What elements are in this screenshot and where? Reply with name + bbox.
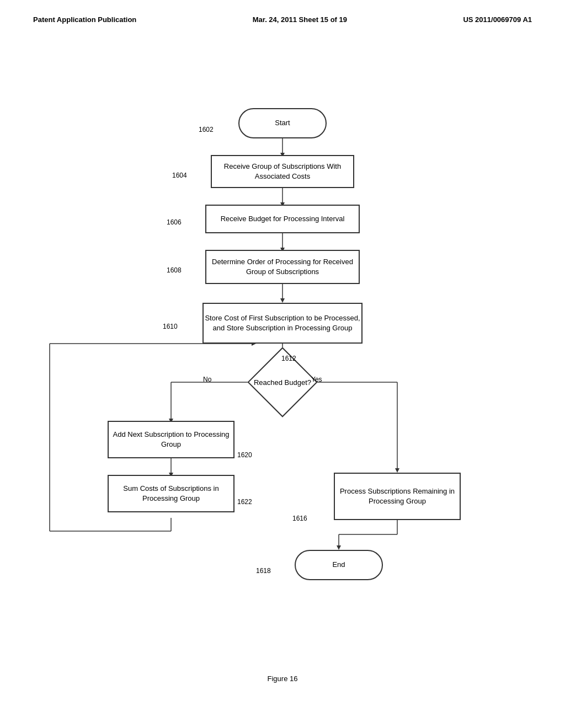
end-node: End bbox=[295, 550, 383, 580]
node-1610: Store Cost of First Subscription to be P… bbox=[202, 303, 363, 344]
label-1618: 1618 bbox=[256, 567, 271, 575]
no-label: No bbox=[203, 376, 211, 383]
page-header: Patent Application Publication Mar. 24, … bbox=[0, 0, 565, 24]
label-1606: 1606 bbox=[167, 218, 182, 226]
label-1620: 1620 bbox=[237, 451, 252, 459]
start-node: Start bbox=[238, 108, 327, 138]
svg-marker-15 bbox=[395, 468, 399, 473]
node-1620: Add Next Subscription to Processing Grou… bbox=[108, 421, 234, 458]
label-1622: 1622 bbox=[237, 498, 252, 506]
label-1612: 1612 bbox=[281, 355, 296, 362]
node-1608: Determine Order of Processing for Receiv… bbox=[205, 250, 360, 284]
label-1608: 1608 bbox=[167, 266, 182, 274]
node-1606: Receive Budget for Processing Interval bbox=[205, 205, 360, 233]
header-right: US 2011/0069709 A1 bbox=[463, 15, 532, 24]
figure-caption: Figure 16 bbox=[0, 675, 565, 694]
node-1612-label: Reached Budget? bbox=[247, 365, 318, 400]
flowchart-diagram: Start 1602 Receive Group of Subscription… bbox=[0, 35, 565, 669]
svg-marker-26 bbox=[337, 545, 341, 550]
label-1604: 1604 bbox=[172, 172, 187, 179]
label-1602: 1602 bbox=[199, 126, 214, 133]
label-1610: 1610 bbox=[163, 323, 178, 330]
node-1616: Process Subscriptions Remaining in Proce… bbox=[334, 473, 461, 520]
node-1622: Sum Costs of Subscriptions in Processing… bbox=[108, 475, 234, 512]
svg-marker-7 bbox=[280, 298, 285, 303]
label-1616: 1616 bbox=[292, 515, 307, 522]
yes-label: Yes bbox=[311, 376, 322, 383]
header-left: Patent Application Publication bbox=[33, 15, 136, 24]
header-middle: Mar. 24, 2011 Sheet 15 of 19 bbox=[253, 15, 347, 24]
node-1604: Receive Group of Subscriptions With Asso… bbox=[211, 155, 354, 188]
